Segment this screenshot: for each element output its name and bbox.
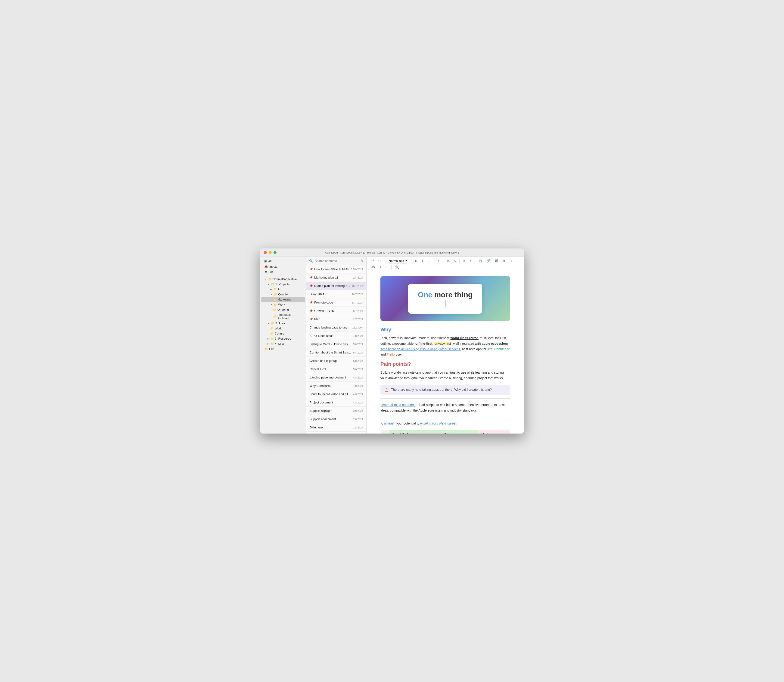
search-input[interactable] xyxy=(315,259,359,263)
why-text-4: , well integrated with xyxy=(451,342,482,346)
highlight-button[interactable]: A xyxy=(452,258,458,263)
sidebar-item-fox[interactable]: 📁 Fox xyxy=(261,346,305,351)
sidebar-item-ongoing[interactable]: 📁 Ongoing xyxy=(261,307,305,312)
link-confluence[interactable]: Confuence xyxy=(494,347,510,351)
compose-button[interactable]: ✎ xyxy=(360,259,363,263)
editor-content[interactable]: One more thing Why Rich, powerfuls, inno… xyxy=(367,271,524,433)
search-button[interactable]: 🔍 xyxy=(394,265,401,270)
sidebar-item-all[interactable]: ⊞ All xyxy=(261,259,305,264)
italic-button[interactable]: I xyxy=(420,258,425,263)
link-button[interactable]: 🔗 xyxy=(484,258,492,263)
bullet-list-button[interactable]: ≡ xyxy=(461,258,467,263)
pain-body: Build a world-class note-taking app that… xyxy=(381,370,510,381)
link-jira[interactable]: Jira xyxy=(488,347,492,351)
close-button[interactable] xyxy=(264,251,267,254)
sidebar-item-work[interactable]: ▼ 📁 Work xyxy=(261,302,305,307)
to-unleash[interactable]: unleash xyxy=(384,422,395,425)
pin-icon: 📌 xyxy=(310,318,313,321)
code-button[interactable]: </> xyxy=(369,265,378,270)
redo-button[interactable]: ↪ xyxy=(376,258,383,263)
note-list-item[interactable]: Selling to Carol - How to descrbie a ICP… xyxy=(306,340,367,348)
toolbar-separator xyxy=(443,259,443,263)
note-list-item[interactable]: Why ConniePad4/8/2024 xyxy=(306,382,367,390)
why-text-7: and xyxy=(381,352,387,356)
note-title-row: Landing page improvement4/8/2024 xyxy=(310,376,363,379)
note-list-item[interactable]: Curator about the Smart Bear - Inspirati… xyxy=(306,348,367,357)
note-list-item[interactable]: Diary 202416/7/2024 xyxy=(306,290,367,298)
sidebar-item-projects[interactable]: ▼ 📁 1. Projects xyxy=(261,282,305,287)
maximize-button[interactable] xyxy=(274,251,277,254)
checkbox-button[interactable]: ☑ xyxy=(477,258,484,263)
folder-icon: 📁 xyxy=(268,277,272,281)
sidebar-item-feedback[interactable]: 📁 Feedback · Archived xyxy=(261,312,305,321)
note-list-item[interactable]: Okie here1/8/2024 xyxy=(306,423,367,432)
pin-icon: 📌 xyxy=(310,268,313,271)
sidebar-item-connienative[interactable]: ▼ 📁 ConniePad Native xyxy=(261,277,305,282)
note-title-row: Okie here1/8/2024 xyxy=(310,425,363,429)
note-title-row: 📌Promote code13/7/2024 xyxy=(310,301,363,304)
note-date: 11:23 AM xyxy=(352,326,363,329)
inbox-icon: 📥 xyxy=(264,265,268,268)
more-button[interactable]: ··· xyxy=(425,258,432,263)
format-dropdown[interactable]: Normal text ▼ xyxy=(387,258,410,263)
info-button[interactable]: ℹ xyxy=(378,265,383,270)
minimize-button[interactable] xyxy=(269,251,272,254)
numbered-list-button[interactable]: ≡ xyxy=(468,258,473,263)
link-trello[interactable]: Trello xyxy=(387,352,395,356)
note-list-item[interactable]: Research for ff31/7/2024 xyxy=(306,432,367,433)
sidebar-item-marketing[interactable]: 📁 Marketing xyxy=(261,297,305,302)
sidebar-label: Ongoing xyxy=(277,308,289,311)
note-list-item[interactable]: 📌Draft a plan for landing page and marke… xyxy=(306,282,367,290)
note-list-item[interactable]: Script to record video and gif4/8/2024 xyxy=(306,390,367,398)
hero-card: One more thing xyxy=(408,284,482,314)
note-date: 2/8/2024 xyxy=(353,410,363,412)
align-button[interactable]: ≡ xyxy=(436,258,441,263)
note-list-item[interactable]: 📌Plan2/7/2024 xyxy=(306,315,367,323)
note-title-row: Why ConniePad4/8/2024 xyxy=(310,384,363,387)
peace-link[interactable]: peace-of-mind notebook xyxy=(381,403,415,407)
sidebar-label-inbox: Inbox xyxy=(269,265,277,268)
to-text: to unleash your potential to excel in yo… xyxy=(381,421,510,426)
why-body: Rich, powerfuls, innovate, modern, user … xyxy=(381,335,510,357)
note-date: 4/8/2024 xyxy=(353,376,363,379)
sidebar-item-misc[interactable]: ▶ 📁 4. Misc xyxy=(261,341,305,346)
note-list-item[interactable]: Support attachment2/8/2024 xyxy=(306,415,367,423)
image-button[interactable]: 🖼 xyxy=(493,258,500,263)
text-color-button[interactable]: A xyxy=(445,258,451,263)
sidebar-item-bin[interactable]: 🗑 Bin xyxy=(261,269,305,274)
note-list-item[interactable]: ICP & Need stack7/8/2024 xyxy=(306,332,367,340)
sidebar-item-area[interactable]: ▼ 📁 2. Area xyxy=(261,321,305,326)
note-date: 18/7/2024 xyxy=(352,285,363,287)
note-list-item[interactable]: Landing page improvement4/8/2024 xyxy=(306,373,367,382)
sidebar-item-connie2[interactable]: 📁 Connie xyxy=(261,331,305,336)
note-list-item[interactable]: Cancel TPG5/8/2024 xyxy=(306,365,367,373)
to-excel: excel in your life & career. xyxy=(420,422,457,425)
note-list-item[interactable]: 📌Marketing plan v22/8/2024 xyxy=(306,274,367,282)
app-window: ConniePad › ConniePad Native › 1. Projec… xyxy=(260,249,524,433)
note-list-item[interactable]: Change landing page to target my ICP11:2… xyxy=(306,323,367,332)
note-list-item[interactable]: 📌Growth - FY258/7/2024 xyxy=(306,307,367,315)
note-date: 7/8/2024 xyxy=(353,335,363,337)
sidebar-item-resource[interactable]: ▶ 📁 3. Resource xyxy=(261,336,305,341)
note-title-row: 📌Marketing plan v22/8/2024 xyxy=(310,276,363,279)
undo-button[interactable]: ↩ xyxy=(369,258,376,263)
bold-button[interactable]: B xyxy=(413,258,419,263)
note-list-item[interactable]: 📌How to from $0 to $5M ARR5/8/2024 xyxy=(306,265,367,274)
note-list-item[interactable]: Growth on FB group5/8/2024 xyxy=(306,357,367,365)
note-title-row: Support highlight2/8/2024 xyxy=(310,409,363,413)
note-list-item[interactable]: Support highlight2/8/2024 xyxy=(306,407,367,415)
note-name: ICP & Need stack xyxy=(310,334,352,338)
note-title-row: Script to record video and gif4/8/2024 xyxy=(310,392,363,396)
note-list-item[interactable]: 📌Promote code13/7/2024 xyxy=(306,298,367,307)
folder-icon: 📁 xyxy=(271,322,274,325)
sidebar-item-connie[interactable]: ▼ 📁 Connie xyxy=(261,292,305,297)
sidebar-item-ai[interactable]: ▶ 📁 AI xyxy=(261,287,305,292)
table-button[interactable]: ⊞ xyxy=(500,258,507,263)
sidebar-item-inbox[interactable]: 📥 Inbox xyxy=(261,264,305,269)
columns-button[interactable]: ⊟ xyxy=(508,258,514,263)
sidebar-item-work2[interactable]: 📁 Work xyxy=(261,326,305,331)
note-list-item[interactable]: Project document4/8/2024 xyxy=(306,398,367,407)
main-editor: ↩ ↪ Normal text ▼ B I ··· ≡ A A ≡ ≡ xyxy=(367,257,524,433)
plus-button[interactable]: + xyxy=(384,265,390,270)
note-title-row: Curator about the Smart Bear - Inspirati… xyxy=(310,351,363,354)
